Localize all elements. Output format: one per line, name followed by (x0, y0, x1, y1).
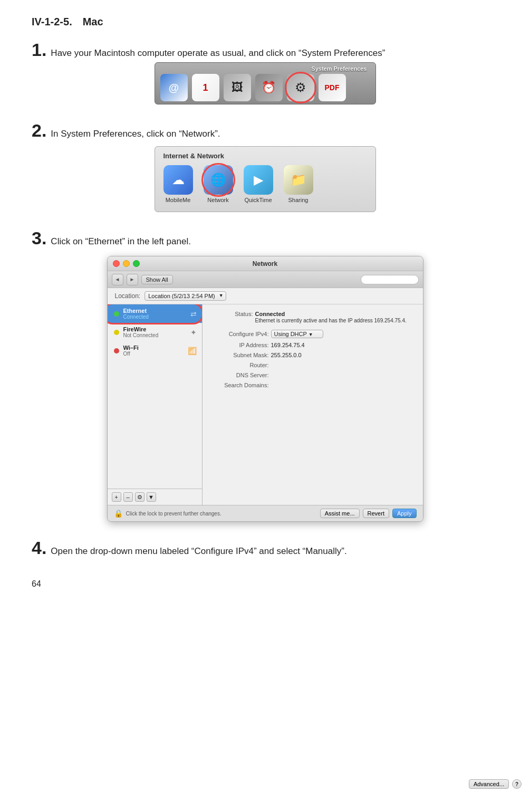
firewire-item-text: FireWire Not Connected (123, 326, 159, 338)
step-2-number: 2. (32, 120, 46, 141)
step-2-text: In System Preferences, click on “Network… (51, 127, 220, 141)
inet-icon-sharing: 📁 Sharing (284, 165, 313, 203)
location-bar: Location: Location (5/2/13 2:54 PM) ▼ (108, 288, 423, 304)
ethernet-name: Ethernet (123, 308, 149, 314)
subnet-row: Subnet Mask: 255.255.0.0 (211, 352, 415, 358)
status-value: Connected (255, 311, 407, 317)
inet-icons: ☁ MobileMe 🌐 Network ▶ QuickTime (163, 165, 367, 203)
inet-icon-network: 🌐 Network (204, 165, 233, 203)
router-label: Router: (211, 362, 269, 368)
page-header: IV-1-2-5. Mac (32, 16, 498, 28)
status-value-group: Connected Ethernet is currently active a… (255, 311, 407, 324)
step-1: 1. Have your Macintosh computer operate … (32, 40, 498, 104)
step-3-text: Click on “Ethernet” in the left panel. (51, 235, 191, 249)
network-body: Ethernet Connected ⇄ FireWire Not Conne (108, 304, 423, 505)
syspref-icon-pdf: PDF (319, 74, 346, 101)
apply-button[interactable]: Apply (392, 509, 417, 518)
step-2-image: Internet & Network ☁ MobileMe 🌐 Network (32, 146, 498, 212)
syspref-icon-photo: 🖼 (224, 74, 251, 101)
step-1-image: System Preferences @ 1 🖼 ⏰ ⚙ PDF (32, 62, 498, 104)
search-input[interactable] (361, 275, 419, 284)
configure-label: Configure IPv4: (211, 331, 269, 337)
more-menu-button[interactable]: ▼ (147, 492, 156, 502)
sidebar-buttons: + – ⚙ ▼ (108, 489, 202, 505)
wifi-item-text: Wi–Fi Off (123, 345, 139, 357)
ethernet-status: Connected (123, 314, 149, 320)
page-footer-number: 64 (32, 579, 498, 589)
location-select[interactable]: Location (5/2/13 2:54 PM) ▼ (144, 291, 226, 301)
network-window: Network ◄ ► Show All Location: Location … (107, 256, 423, 522)
quicktime-label: QuickTime (244, 197, 272, 203)
router-row: Router: (211, 362, 415, 368)
quicktime-icon: ▶ (244, 165, 273, 195)
ethernet-item-text: Ethernet Connected (123, 308, 149, 320)
step-3-image: Network ◄ ► Show All Location: Location … (32, 256, 498, 522)
status-label: Status: (211, 311, 253, 317)
assist-me-button[interactable]: Assist me... (320, 509, 360, 518)
step-3: 3. Click on “Ethernet” in the left panel… (32, 228, 498, 522)
syspref-icon-gear: ⚙ (287, 74, 314, 101)
dns-label: DNS Server: (211, 372, 269, 378)
network-content: Status: Connected Ethernet is currently … (203, 304, 423, 505)
location-value: Location (5/2/13 2:54 PM) (148, 293, 215, 299)
syspref-icon-timemachine: ⏰ (255, 74, 283, 101)
network-sidebar: Ethernet Connected ⇄ FireWire Not Conne (108, 304, 203, 505)
location-label: Location: (115, 292, 141, 300)
zoom-button[interactable] (133, 260, 140, 267)
network-footer: 🔒 Click the lock to prevent further chan… (108, 505, 423, 521)
sharing-icon: 📁 (284, 165, 313, 195)
back-button[interactable]: ◄ (112, 274, 123, 285)
sharing-label: Sharing (288, 197, 309, 203)
ip-label: IP Address: (211, 342, 269, 348)
ethernet-status-dot (114, 311, 119, 317)
dns-row: DNS Server: (211, 372, 415, 378)
step-2: 2. In System Preferences, click on “Netw… (32, 120, 498, 212)
lock-text: Click the lock to prevent further change… (126, 511, 317, 517)
traffic-lights (113, 260, 140, 267)
step-1-text: Have your Macintosh computer operate as … (51, 46, 385, 60)
network-toolbar: ◄ ► Show All (108, 271, 423, 288)
action-menu-button[interactable]: ⚙ (135, 492, 144, 502)
configure-value: Using DHCP (274, 331, 307, 337)
sidebar-item-firewire[interactable]: FireWire Not Connected ✦ (108, 323, 202, 341)
status-description: Ethernet is currently active and has the… (255, 317, 407, 324)
revert-button[interactable]: Revert (363, 509, 389, 518)
syspref-bar-image: System Preferences @ 1 🖼 ⏰ ⚙ PDF (155, 62, 376, 104)
network-icon: 🌐 (204, 165, 233, 195)
syspref-icons: @ 1 🖼 ⏰ ⚙ PDF (160, 74, 346, 101)
close-button[interactable] (113, 260, 120, 267)
step-1-number: 1. (32, 40, 46, 60)
inet-panel: Internet & Network ☁ MobileMe 🌐 Network (155, 146, 376, 212)
step-4-number: 4. (32, 538, 46, 558)
show-all-button[interactable]: Show All (141, 275, 173, 284)
syspref-icon-mail: @ (160, 74, 188, 101)
window-title: Network (253, 260, 277, 268)
subnet-value: 255.255.0.0 (271, 352, 302, 358)
wifi-status: Off (123, 351, 139, 357)
wifi-status-dot (114, 348, 119, 354)
syspref-title: System Preferences (311, 65, 367, 72)
sidebar-item-wifi[interactable]: Wi–Fi Off 📶 (108, 341, 202, 360)
network-label: Network (207, 197, 228, 203)
step-4: 4. Open the drop-down menu labeled “Conf… (32, 538, 498, 558)
configure-select[interactable]: Using DHCP ▼ (271, 330, 323, 338)
inet-panel-title: Internet & Network (163, 152, 367, 160)
status-row: Status: Connected Ethernet is currently … (211, 311, 415, 324)
subnet-label: Subnet Mask: (211, 352, 269, 358)
firewire-status: Not Connected (123, 332, 159, 338)
search-domains-row: Search Domains: (211, 382, 415, 388)
remove-network-button[interactable]: – (123, 492, 133, 502)
step-3-number: 3. (32, 228, 46, 249)
mobileme-label: MobileMe (166, 197, 191, 203)
wifi-name: Wi–Fi (123, 345, 139, 351)
forward-button[interactable]: ► (127, 274, 138, 285)
add-network-button[interactable]: + (112, 492, 121, 502)
sidebar-item-ethernet[interactable]: Ethernet Connected ⇄ (108, 304, 202, 323)
lock-icon: 🔒 (114, 509, 123, 518)
firewire-status-dot (114, 330, 119, 335)
ip-row: IP Address: 169.254.75.4 (211, 342, 415, 348)
mobileme-icon: ☁ (163, 165, 193, 195)
minimize-button[interactable] (123, 260, 130, 267)
ip-value: 169.254.75.4 (271, 342, 305, 348)
inet-icon-mobileme: ☁ MobileMe (163, 165, 193, 203)
